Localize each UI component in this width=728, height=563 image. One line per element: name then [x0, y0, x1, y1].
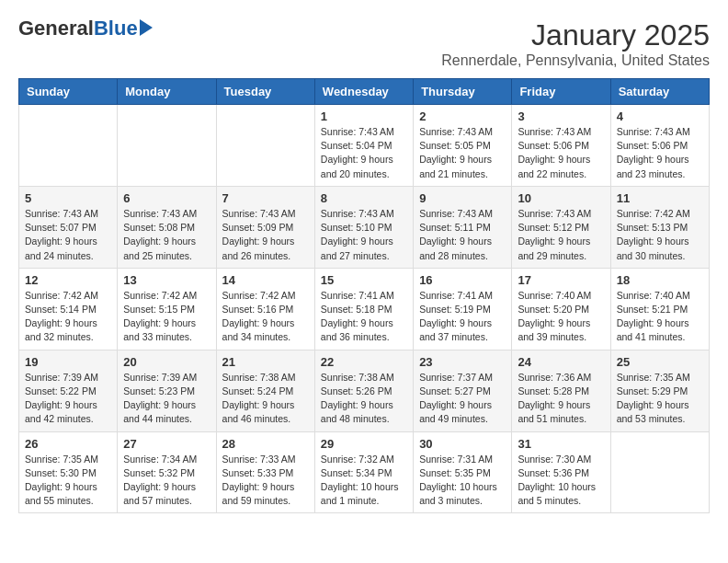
day-info: Sunrise: 7:42 AM Sunset: 5:15 PM Dayligh… — [123, 289, 210, 345]
day-number: 16 — [419, 273, 506, 287]
calendar-table: SundayMondayTuesdayWednesdayThursdayFrid… — [18, 78, 710, 513]
day-number: 6 — [123, 191, 210, 205]
calendar-cell: 29Sunrise: 7:32 AM Sunset: 5:34 PM Dayli… — [314, 431, 413, 513]
day-info: Sunrise: 7:39 AM Sunset: 5:22 PM Dayligh… — [25, 371, 111, 427]
calendar-cell: 31Sunrise: 7:30 AM Sunset: 5:36 PM Dayli… — [512, 431, 610, 513]
day-number: 29 — [321, 437, 407, 451]
calendar-cell: 8Sunrise: 7:43 AM Sunset: 5:10 PM Daylig… — [314, 186, 413, 268]
calendar-cell: 5Sunrise: 7:43 AM Sunset: 5:07 PM Daylig… — [19, 186, 118, 268]
day-number: 1 — [321, 109, 407, 123]
day-info: Sunrise: 7:42 AM Sunset: 5:14 PM Dayligh… — [25, 289, 111, 345]
calendar-cell: 27Sunrise: 7:34 AM Sunset: 5:32 PM Dayli… — [118, 431, 216, 513]
weekday-header-thursday: Thursday — [414, 79, 512, 105]
logo-arrow-icon — [140, 19, 153, 36]
logo-general: General — [18, 17, 94, 40]
calendar-cell: 23Sunrise: 7:37 AM Sunset: 5:27 PM Dayli… — [414, 350, 512, 431]
day-info: Sunrise: 7:43 AM Sunset: 5:08 PM Dayligh… — [123, 207, 210, 263]
calendar-cell: 19Sunrise: 7:39 AM Sunset: 5:22 PM Dayli… — [19, 350, 118, 431]
day-number: 23 — [419, 355, 506, 369]
day-number: 30 — [419, 437, 506, 451]
day-info: Sunrise: 7:43 AM Sunset: 5:07 PM Dayligh… — [25, 207, 111, 263]
calendar-body: 1Sunrise: 7:43 AM Sunset: 5:04 PM Daylig… — [19, 105, 710, 513]
day-info: Sunrise: 7:42 AM Sunset: 5:13 PM Dayligh… — [617, 207, 703, 263]
day-info: Sunrise: 7:43 AM Sunset: 5:06 PM Dayligh… — [518, 125, 604, 181]
calendar-cell: 22Sunrise: 7:38 AM Sunset: 5:26 PM Dayli… — [314, 350, 413, 431]
calendar-cell: 26Sunrise: 7:35 AM Sunset: 5:30 PM Dayli… — [19, 431, 118, 513]
day-info: Sunrise: 7:43 AM Sunset: 5:10 PM Dayligh… — [321, 207, 407, 263]
day-number: 7 — [222, 191, 309, 205]
calendar-cell: 16Sunrise: 7:41 AM Sunset: 5:19 PM Dayli… — [414, 268, 512, 350]
calendar-cell: 21Sunrise: 7:38 AM Sunset: 5:24 PM Dayli… — [216, 350, 314, 431]
day-info: Sunrise: 7:43 AM Sunset: 5:11 PM Dayligh… — [419, 207, 506, 263]
title-block: January 2025 Rennerdale, Pennsylvania, U… — [441, 18, 710, 69]
day-info: Sunrise: 7:40 AM Sunset: 5:21 PM Dayligh… — [617, 289, 703, 345]
calendar-cell — [610, 431, 709, 513]
logo: GeneralBlue — [18, 18, 153, 39]
day-number: 17 — [518, 273, 604, 287]
page-subtitle: Rennerdale, Pennsylvania, United States — [441, 52, 710, 69]
day-info: Sunrise: 7:43 AM Sunset: 5:09 PM Dayligh… — [222, 207, 309, 263]
calendar-cell: 12Sunrise: 7:42 AM Sunset: 5:14 PM Dayli… — [19, 268, 118, 350]
calendar-header: SundayMondayTuesdayWednesdayThursdayFrid… — [19, 79, 710, 105]
day-info: Sunrise: 7:38 AM Sunset: 5:24 PM Dayligh… — [222, 371, 309, 427]
day-info: Sunrise: 7:38 AM Sunset: 5:26 PM Dayligh… — [321, 371, 407, 427]
day-number: 24 — [518, 355, 604, 369]
day-info: Sunrise: 7:39 AM Sunset: 5:23 PM Dayligh… — [123, 371, 210, 427]
calendar-week-row: 1Sunrise: 7:43 AM Sunset: 5:04 PM Daylig… — [19, 105, 710, 187]
day-number: 9 — [419, 191, 506, 205]
weekday-header-tuesday: Tuesday — [216, 79, 314, 105]
calendar-cell: 2Sunrise: 7:43 AM Sunset: 5:05 PM Daylig… — [414, 105, 512, 187]
day-number: 18 — [617, 273, 703, 287]
calendar-cell: 10Sunrise: 7:43 AM Sunset: 5:12 PM Dayli… — [512, 186, 610, 268]
logo-text: GeneralBlue — [18, 18, 138, 39]
day-number: 5 — [25, 191, 111, 205]
day-number: 15 — [321, 273, 407, 287]
day-number: 4 — [617, 109, 703, 123]
day-info: Sunrise: 7:42 AM Sunset: 5:16 PM Dayligh… — [222, 289, 309, 345]
calendar-week-row: 5Sunrise: 7:43 AM Sunset: 5:07 PM Daylig… — [19, 186, 710, 268]
calendar-cell: 25Sunrise: 7:35 AM Sunset: 5:29 PM Dayli… — [610, 350, 709, 431]
day-number: 22 — [321, 355, 407, 369]
calendar-cell — [118, 105, 216, 187]
day-number: 10 — [518, 191, 604, 205]
weekday-header-row: SundayMondayTuesdayWednesdayThursdayFrid… — [19, 79, 710, 105]
calendar-cell: 30Sunrise: 7:31 AM Sunset: 5:35 PM Dayli… — [414, 431, 512, 513]
weekday-header-friday: Friday — [512, 79, 610, 105]
logo-blue: Blue — [94, 17, 138, 40]
calendar-cell: 18Sunrise: 7:40 AM Sunset: 5:21 PM Dayli… — [610, 268, 709, 350]
day-info: Sunrise: 7:35 AM Sunset: 5:29 PM Dayligh… — [617, 371, 703, 427]
day-number: 14 — [222, 273, 309, 287]
day-info: Sunrise: 7:35 AM Sunset: 5:30 PM Dayligh… — [25, 453, 111, 509]
calendar-cell — [19, 105, 118, 187]
day-info: Sunrise: 7:43 AM Sunset: 5:06 PM Dayligh… — [617, 125, 703, 181]
calendar-week-row: 26Sunrise: 7:35 AM Sunset: 5:30 PM Dayli… — [19, 431, 710, 513]
day-info: Sunrise: 7:37 AM Sunset: 5:27 PM Dayligh… — [419, 371, 506, 427]
day-info: Sunrise: 7:41 AM Sunset: 5:18 PM Dayligh… — [321, 289, 407, 345]
calendar-week-row: 19Sunrise: 7:39 AM Sunset: 5:22 PM Dayli… — [19, 350, 710, 431]
page-header: GeneralBlue January 2025 Rennerdale, Pen… — [18, 18, 710, 69]
day-number: 28 — [222, 437, 309, 451]
day-number: 25 — [617, 355, 703, 369]
day-number: 20 — [123, 355, 210, 369]
calendar-cell: 1Sunrise: 7:43 AM Sunset: 5:04 PM Daylig… — [314, 105, 413, 187]
day-number: 26 — [25, 437, 111, 451]
day-number: 21 — [222, 355, 309, 369]
calendar-cell: 9Sunrise: 7:43 AM Sunset: 5:11 PM Daylig… — [414, 186, 512, 268]
day-number: 12 — [25, 273, 111, 287]
day-number: 11 — [617, 191, 703, 205]
calendar-cell: 24Sunrise: 7:36 AM Sunset: 5:28 PM Dayli… — [512, 350, 610, 431]
weekday-header-sunday: Sunday — [19, 79, 118, 105]
day-number: 3 — [518, 109, 604, 123]
page-title: January 2025 — [441, 18, 710, 52]
day-info: Sunrise: 7:33 AM Sunset: 5:33 PM Dayligh… — [222, 453, 309, 509]
day-info: Sunrise: 7:30 AM Sunset: 5:36 PM Dayligh… — [518, 453, 604, 509]
calendar-cell: 3Sunrise: 7:43 AM Sunset: 5:06 PM Daylig… — [512, 105, 610, 187]
calendar-cell: 7Sunrise: 7:43 AM Sunset: 5:09 PM Daylig… — [216, 186, 314, 268]
day-number: 2 — [419, 109, 506, 123]
calendar-cell: 14Sunrise: 7:42 AM Sunset: 5:16 PM Dayli… — [216, 268, 314, 350]
calendar-week-row: 12Sunrise: 7:42 AM Sunset: 5:14 PM Dayli… — [19, 268, 710, 350]
weekday-header-saturday: Saturday — [610, 79, 709, 105]
day-number: 19 — [25, 355, 111, 369]
day-number: 27 — [123, 437, 210, 451]
calendar-cell: 20Sunrise: 7:39 AM Sunset: 5:23 PM Dayli… — [118, 350, 216, 431]
